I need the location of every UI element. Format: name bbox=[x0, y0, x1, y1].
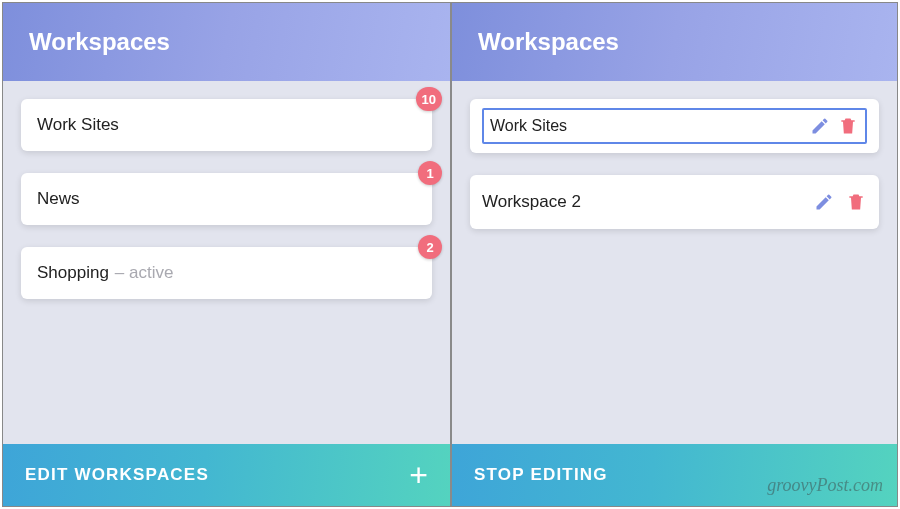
panel-header: Workspaces bbox=[452, 3, 897, 81]
workspace-edit-item bbox=[470, 99, 879, 153]
workspace-item[interactable]: News 1 bbox=[21, 173, 432, 225]
screenshot-frame: Workspaces Work Sites 10 News 1 Shopping… bbox=[2, 2, 898, 507]
workspace-item[interactable]: Shopping – active 2 bbox=[21, 247, 432, 299]
footer-bar: STOP EDITING bbox=[452, 444, 897, 506]
workspace-badge: 1 bbox=[418, 161, 442, 185]
workspace-edit-list: Workspace 2 bbox=[452, 81, 897, 444]
pencil-icon[interactable] bbox=[813, 191, 835, 213]
workspace-item[interactable]: Work Sites 10 bbox=[21, 99, 432, 151]
workspace-item-label: Work Sites bbox=[37, 115, 119, 135]
workspace-list: Work Sites 10 News 1 Shopping – active 2 bbox=[3, 81, 450, 444]
workspace-name-input-wrap[interactable] bbox=[482, 108, 867, 144]
workspace-item-status: – active bbox=[115, 263, 174, 283]
stop-editing-button[interactable]: STOP EDITING bbox=[474, 465, 608, 485]
pencil-icon[interactable] bbox=[809, 115, 831, 137]
workspaces-panel-view: Workspaces Work Sites 10 News 1 Shopping… bbox=[3, 3, 450, 506]
trash-icon[interactable] bbox=[837, 115, 859, 137]
header-title: Workspaces bbox=[29, 28, 170, 56]
workspace-name-input[interactable] bbox=[490, 117, 803, 135]
workspace-item-label: Workspace 2 bbox=[482, 192, 803, 212]
workspace-edit-item: Workspace 2 bbox=[470, 175, 879, 229]
edit-workspaces-button[interactable]: EDIT WORKSPACES bbox=[25, 465, 209, 485]
header-title: Workspaces bbox=[478, 28, 619, 56]
panel-header: Workspaces bbox=[3, 3, 450, 81]
workspace-item-label: News bbox=[37, 189, 80, 209]
workspace-badge: 2 bbox=[418, 235, 442, 259]
workspace-badge: 10 bbox=[416, 87, 442, 111]
workspace-item-label: Shopping bbox=[37, 263, 109, 283]
trash-icon[interactable] bbox=[845, 191, 867, 213]
footer-bar: EDIT WORKSPACES + bbox=[3, 444, 450, 506]
add-workspace-button[interactable]: + bbox=[409, 459, 428, 491]
workspaces-panel-edit: Workspaces Workspace 2 bbox=[450, 3, 897, 506]
